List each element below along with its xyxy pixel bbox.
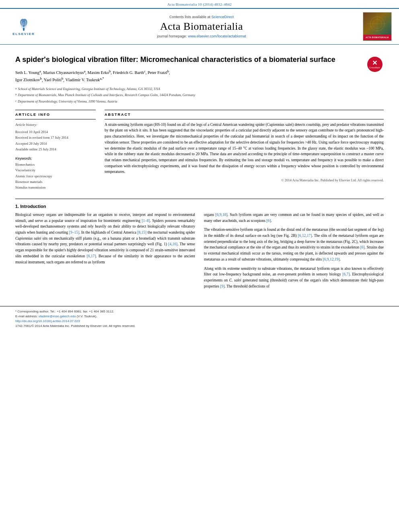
article-info-column: ARTICLE INFO Article history: Received 1… xyxy=(15,110,96,191)
intro-para3: The vibration-sensitive lyriform organ i… xyxy=(204,227,384,262)
species-italic: Cupiennius salei xyxy=(15,236,41,240)
keyword-3: Atomic force spectroscopy xyxy=(15,173,96,179)
footer-issn: 1742-7061/© 2014 Acta Materialia Inc. Pu… xyxy=(15,324,136,328)
species-italic2: C. salei xyxy=(229,278,241,282)
intro-heading: 1. Introduction xyxy=(15,204,384,209)
abstract-text: A strain-sensing lyriform organ (HS-10) … xyxy=(105,122,384,175)
journal-citation: Acta Biomaterialia 10 (2014) 4832–4842 xyxy=(167,2,232,6)
article-info-abstract-section: ARTICLE INFO Article history: Received 1… xyxy=(15,110,384,191)
journal-homepage: journal homepage: www.elsevier.com/locat… xyxy=(157,34,246,38)
body-content: 1. Introduction Biological sensory organ… xyxy=(15,199,384,293)
author-super-b3: b xyxy=(40,76,42,80)
history-received: Received 10 April 2014 xyxy=(15,129,96,135)
article-title: A spider's biological vibration filter: … xyxy=(15,55,360,64)
author-friedrich: Friedrich G. Barthc xyxy=(113,70,146,75)
intro-para2: organs [6,9,18]. Such lyriform organs ar… xyxy=(204,212,384,224)
crossmark-badge[interactable]: ✕ CrossMark xyxy=(366,55,384,73)
article-info-header: ARTICLE INFO xyxy=(15,113,96,117)
author-vladimir: Vladimir V. Tsukruka,* xyxy=(65,78,104,82)
ref-1-8[interactable]: [1–8] xyxy=(142,219,150,223)
affil-text-a: School of Materials Science and Engineer… xyxy=(18,86,160,92)
affil-super-b: b xyxy=(15,92,17,99)
affiliation-c: c Department of Neurobiology, University… xyxy=(15,99,384,105)
author-super-a3: a,* xyxy=(100,76,104,80)
intro-left-col: Biological sensory organs are indispensa… xyxy=(15,212,195,293)
homepage-url[interactable]: www.elsevier.com/locate/actabiomat xyxy=(188,34,246,38)
history-accepted: Accepted 20 July 2014 xyxy=(15,141,96,146)
copyright-line: © 2014 Acta Materialia Inc. Published by… xyxy=(105,178,384,182)
contents-line: Contents lists available at ScienceDirec… xyxy=(169,15,234,19)
author-peter: Peter Fratzlb xyxy=(148,70,169,75)
author-super-c: c xyxy=(144,69,146,73)
author-yael: Yael Politib xyxy=(44,78,64,82)
abstract-column: ABSTRACT A strain-sensing lyriform organ… xyxy=(105,110,384,191)
author-super-a: a xyxy=(39,69,41,73)
affiliation-a: a School of Materials Science and Engine… xyxy=(15,86,384,92)
email-line: E-mail address: vladimir@mse.gatech.edu … xyxy=(15,314,136,318)
affiliations-section: a School of Materials Science and Engine… xyxy=(15,86,384,105)
ref-6[interactable]: [6] xyxy=(266,219,271,223)
ref-9b[interactable]: [9] xyxy=(220,284,224,288)
journal-top-bar: Acta Biomaterialia 10 (2014) 4832–4842 xyxy=(0,0,399,8)
contents-prefix: Contents lists available at xyxy=(169,15,210,19)
article-body: A spider's biological vibration filter: … xyxy=(0,45,399,298)
article-history: Article history: Received 10 April 2014 … xyxy=(15,122,96,152)
keyword-4: Biosensor materials xyxy=(15,179,96,185)
keywords-header: Keywords: xyxy=(15,156,96,160)
ref-4-16[interactable]: [4,16] xyxy=(168,242,177,246)
abstract-header: ABSTRACT xyxy=(105,110,384,117)
author-igor: Igor Zlotnikovb xyxy=(15,78,42,82)
affil-super-c: c xyxy=(15,99,16,105)
history-available: Available online 25 July 2014 xyxy=(15,146,96,152)
keywords-list: Biomechanics Viscoelasticity Atomic forc… xyxy=(15,162,96,191)
article-info-divider2 xyxy=(15,119,96,119)
ref-6b[interactable]: [6] xyxy=(360,245,365,249)
ref-6-9-12-19[interactable]: [6,9,12,19] xyxy=(323,257,340,261)
abstract-divider xyxy=(105,119,384,119)
intro-para1: Biological sensory organs are indispensa… xyxy=(15,212,195,265)
email-label: E-mail address: xyxy=(15,314,38,318)
journal-center: Contents lists available at ScienceDirec… xyxy=(46,12,357,41)
footer-doi[interactable]: http://dx.doi.org/10.1016/j.actbio.2014.… xyxy=(15,319,136,323)
keyword-1: Biomechanics xyxy=(15,162,96,167)
cover-art-svg: ACTA BIOMATERIALIA xyxy=(363,12,391,41)
article-title-section: A spider's biological vibration filter: … xyxy=(15,55,384,64)
elsevier-wordmark: ELSEVIER xyxy=(12,32,35,36)
intro-two-col: Biological sensory organs are indispensa… xyxy=(15,212,384,293)
keyword-2: Viscoelasticity xyxy=(15,167,96,173)
page-wrapper: Acta Biomaterialia 10 (2014) 4832–4842 E… xyxy=(0,0,399,331)
author-super-a2: a xyxy=(84,69,85,73)
intro-right-col: organs [6,9,18]. Such lyriform organs ar… xyxy=(204,212,384,293)
authors-section: Seth L. Younga, Marius Chyasnavichyusa, … xyxy=(15,68,384,83)
ref-6-17[interactable]: [6,17] xyxy=(87,254,96,258)
author-marius: Marius Chyasnavichyusa xyxy=(43,70,85,75)
email-address[interactable]: vladimir@mse.gatech.edu xyxy=(39,314,76,318)
homepage-prefix: journal homepage: xyxy=(157,34,188,38)
journal-cover-section: ACTA BIOMATERIALIA xyxy=(361,12,393,41)
keyword-5: Stimulus transmission xyxy=(15,185,96,190)
ref-6-12-17[interactable]: [6,12,17] xyxy=(298,234,312,238)
author-super-b4: b xyxy=(62,76,63,80)
journal-header: ELSEVIER Contents lists available at Sci… xyxy=(0,8,399,45)
intro-para4: Along with its extreme sensitivity to su… xyxy=(204,266,384,290)
article-info-divider xyxy=(15,110,96,110)
elsevier-tree-icon xyxy=(14,17,34,31)
history-revised: Received in revised form 17 July 2014 xyxy=(15,135,96,140)
ref-6-7[interactable]: [6,7] xyxy=(342,272,350,276)
author-seth: Seth L. Younga xyxy=(15,70,41,75)
sciencedirect-link[interactable]: ScienceDirect xyxy=(212,15,234,19)
affiliation-b: b Department of Biomaterials, Max Planck… xyxy=(15,92,384,99)
journal-cover-image: ACTA BIOMATERIALIA xyxy=(363,12,392,41)
email-attribution: (V.V. Tsukruk). xyxy=(77,314,97,318)
journal-title: Acta Biomaterialia xyxy=(160,21,243,33)
footer-left: * Corresponding author. Tel.: +1 404 894… xyxy=(15,310,136,328)
ref-9-15[interactable]: [9–15] xyxy=(69,230,79,234)
article-footer: * Corresponding author. Tel.: +1 404 894… xyxy=(0,306,399,331)
crossmark-icon: ✕ CrossMark xyxy=(367,57,383,72)
elsevier-logo: ELSEVIER xyxy=(8,16,40,38)
ref-6-9-18[interactable]: [6,9,18] xyxy=(215,213,227,217)
author-maxim: Maxim Erkob xyxy=(88,70,111,75)
history-label: Article history: xyxy=(15,122,96,128)
affil-text-b: Department of Biomaterials, Max Planck I… xyxy=(18,92,195,99)
ref-8-15[interactable]: [8,15] xyxy=(137,230,146,234)
